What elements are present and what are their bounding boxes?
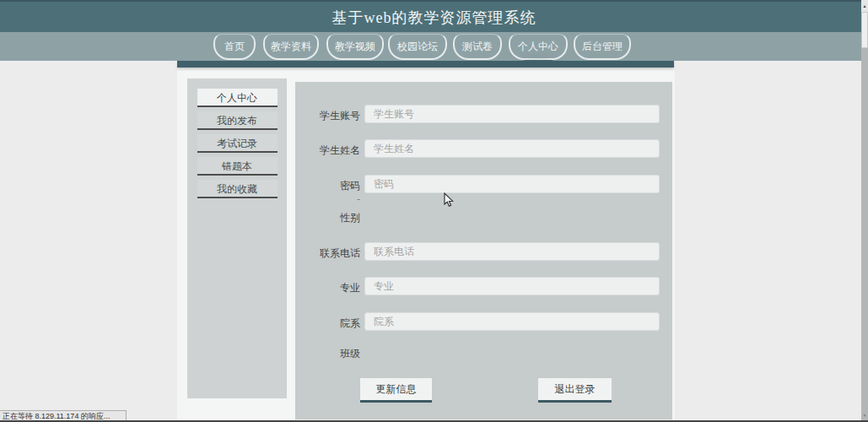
tab-personal-center[interactable]: 个人中心 — [509, 34, 568, 60]
class-label: 班级 — [295, 347, 360, 361]
major-input[interactable] — [364, 277, 660, 295]
scrollbar-down-icon[interactable]: ▼ — [861, 410, 868, 420]
major-label: 专业 — [295, 281, 360, 295]
form-row: 院系 — [295, 312, 672, 333]
student-name-input[interactable] — [364, 139, 660, 158]
student-account-label: 学生账号 — [295, 109, 360, 123]
form-row: 学生账号 — [295, 105, 672, 125]
form-row: 学生姓名 — [295, 139, 672, 160]
logout-button[interactable]: 退出登录 — [538, 378, 612, 403]
student-name-label: 学生姓名 — [295, 143, 360, 158]
password-required-marker: - — [346, 193, 360, 203]
department-label: 院系 — [295, 316, 360, 331]
phone-input[interactable] — [364, 242, 660, 261]
tab-home[interactable]: 首页 — [213, 34, 256, 60]
form-row: 班级 — [295, 347, 672, 367]
page-header: 基于web的教学资源管理系统 — [0, 0, 868, 32]
update-info-button[interactable]: 更新信息 — [360, 378, 432, 403]
form-row: 专业 — [295, 277, 672, 297]
browser-viewport: 基于web的教学资源管理系统 首页 教学资料 教学视频 校园论坛 测试卷 个人中… — [0, 0, 868, 422]
tab-test-papers[interactable]: 测试卷 — [453, 34, 502, 60]
page-title: 基于web的教学资源管理系统 — [0, 8, 868, 28]
tab-admin[interactable]: 后台管理 — [574, 34, 631, 60]
tab-teaching-materials[interactable]: 教学资料 — [263, 34, 319, 60]
sidebar-item-my-posts[interactable]: 我的发布 — [197, 111, 278, 130]
sidebar-item-personal-center[interactable]: 个人中心 — [197, 89, 278, 107]
sidebar-menu: 个人中心 我的发布 考试记录 错题本 我的收藏 — [187, 78, 287, 398]
vertical-scrollbar[interactable]: ▲ ▼ — [861, 0, 868, 422]
phone-label: 联系电话 — [295, 246, 360, 261]
student-account-input[interactable] — [364, 105, 660, 123]
password-input[interactable] — [364, 175, 660, 193]
department-input[interactable] — [364, 312, 660, 331]
content-top-accent-bar — [177, 61, 674, 68]
sidebar-item-exam-records[interactable]: 考试记录 — [197, 134, 278, 153]
gender-label: 性别 — [295, 211, 360, 225]
form-row: 密码 - — [295, 175, 672, 195]
sidebar-item-wrong-questions[interactable]: 错题本 — [197, 157, 278, 176]
scrollbar-thumb[interactable] — [861, 12, 868, 48]
form-row: 联系电话 — [295, 242, 672, 262]
password-label: 密码 — [295, 179, 360, 193]
form-row: 性别 — [295, 211, 672, 231]
mouse-cursor-icon — [444, 192, 455, 208]
tab-teaching-videos[interactable]: 教学视频 — [326, 34, 384, 60]
main-nav: 首页 教学资料 教学视频 校园论坛 测试卷 个人中心 后台管理 — [0, 32, 868, 61]
sidebar-item-my-favorites[interactable]: 我的收藏 — [197, 180, 278, 198]
scrollbar-up-icon[interactable]: ▲ — [861, 0, 868, 12]
profile-form: 学生账号 学生姓名 密码 - 性别 联系电话 专业 院系 班级 — [295, 82, 672, 419]
tab-campus-forum[interactable]: 校园论坛 — [388, 34, 447, 60]
